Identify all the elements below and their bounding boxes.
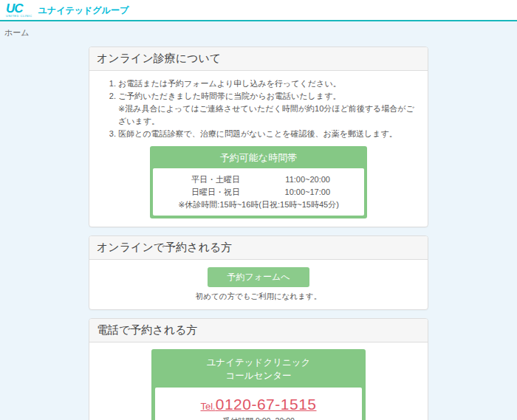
hours-box-inner: 平日・土曜日 11:00~20:00 日曜日・祝日 10:00~17:00 ※休… — [153, 168, 364, 216]
hours-value: 11:00~20:00 — [285, 173, 330, 186]
hours-note: ※休診時間:15時~16時(日祝:15時~15時45分) — [160, 199, 357, 211]
step-text: ご予約いただきました時間帯に当院からお電話いたします。 — [118, 92, 340, 100]
panel-about-body: お電話または予約フォームより申し込みを行ってください。 ご予約いただきました時間… — [89, 71, 428, 227]
panel-phone-reservation: 電話で予約される方 ユナイテッドクリニック コールセンター Tel.0120-6… — [89, 318, 428, 420]
step-item: お電話または予約フォームより申し込みを行ってください。 — [118, 78, 419, 90]
brand-name: ユナイテッドグループ — [38, 4, 129, 17]
panel-phone-body: ユナイテッドクリニック コールセンター Tel.0120-67-1515 受付時… — [89, 342, 428, 420]
hours-label: 日曜日・祝日 — [191, 186, 240, 199]
hours-row: 平日・土曜日 11:00~20:00 — [160, 173, 357, 186]
main-content: オンライン診療について お電話または予約フォームより申し込みを行ってください。 … — [0, 41, 517, 420]
hours-label: 平日・土曜日 — [191, 173, 240, 186]
united-clinic-logo[interactable]: UC UNITED CLINIC — [6, 3, 32, 18]
step-item: ご予約いただきました時間帯に当院からお電話いたします。 ※混み具合によってはご連… — [118, 90, 419, 128]
hours-value: 10:00~17:00 — [285, 186, 330, 199]
logo-subtext: UNITED CLINIC — [6, 15, 32, 18]
step-text: 医師との電話診察で、治療に問題がないことを確認後、お薬を郵送します。 — [118, 129, 397, 138]
call-center-inner: Tel.0120-67-1515 受付時間 9:00~20:00 — [155, 388, 362, 420]
panel-about-online-consultation: オンライン診療について お電話または予約フォームより申し込みを行ってください。 … — [89, 47, 428, 227]
tel-number: 0120-67-1515 — [216, 396, 317, 413]
panel-about-title: オンライン診療について — [89, 47, 428, 71]
call-center-title-line2: コールセンター — [155, 369, 362, 383]
content-container: オンライン診療について お電話または予約フォームより申し込みを行ってください。 … — [89, 47, 428, 420]
reservation-form-button[interactable]: 予約フォームへ — [208, 267, 309, 287]
tel-prefix: Tel. — [200, 401, 215, 412]
call-center-title: ユナイテッドクリニック コールセンター — [155, 353, 362, 388]
phone-number-link[interactable]: Tel.0120-67-1515 — [200, 396, 316, 413]
breadcrumb: ホーム — [0, 21, 517, 41]
panel-phone-title: 電話で予約される方 — [89, 319, 428, 342]
hours-row: 日曜日・祝日 10:00~17:00 — [160, 186, 357, 199]
logo-uc-icon: UC — [6, 3, 32, 14]
hours-box-title: 予約可能な時間帯 — [153, 149, 364, 168]
panel-online-title: オンラインで予約される方 — [89, 236, 428, 260]
panel-online-body: 予約フォームへ 初めての方でもご利用になれます。 — [89, 260, 428, 309]
breadcrumb-home-link[interactable]: ホーム — [4, 28, 30, 37]
step-note: ※混み具合によってはご連絡させていただく時間が約10分ほど前後する場合がございま… — [118, 103, 419, 128]
step-item: 医師との電話診察で、治療に問題がないことを確認後、お薬を郵送します。 — [118, 128, 419, 140]
reservation-form-caption: 初めての方でもご利用になれます。 — [98, 292, 419, 302]
call-center-title-line1: ユナイテッドクリニック — [155, 356, 362, 370]
site-header: UC UNITED CLINIC ユナイテッドグループ — [0, 0, 517, 21]
call-center-box: ユナイテッドクリニック コールセンター Tel.0120-67-1515 受付時… — [151, 349, 366, 420]
step-text: お電話または予約フォームより申し込みを行ってください。 — [118, 79, 341, 88]
panel-online-reservation: オンラインで予約される方 予約フォームへ 初めての方でもご利用になれます。 — [89, 235, 428, 310]
consultation-steps-list: お電話または予約フォームより申し込みを行ってください。 ご予約いただきました時間… — [98, 78, 419, 140]
reservable-hours-box: 予約可能な時間帯 平日・土曜日 11:00~20:00 日曜日・祝日 10:00… — [150, 146, 367, 218]
phone-hours-caption: 受付時間 9:00~20:00 — [161, 416, 356, 420]
